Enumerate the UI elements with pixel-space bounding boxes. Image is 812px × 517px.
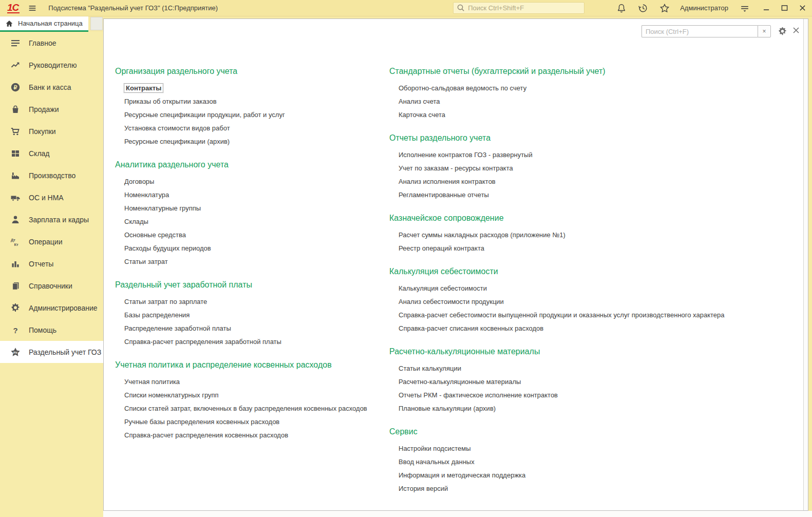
content-section: Учетная политика и распределение косвенн… [115, 360, 382, 442]
content-section: Аналитика раздельного учетаДоговорыНомен… [115, 160, 382, 269]
menu-link[interactable]: Расчетно-калькуляционные материалы [389, 375, 800, 389]
clear-search-button[interactable]: × [758, 25, 771, 37]
menu-link[interactable]: Основные средства [115, 228, 382, 242]
sidebar-item-sales[interactable]: Продажи [0, 98, 103, 120]
menu-link[interactable]: Учет по заказам - ресурсы контракта [389, 162, 800, 175]
menu-link[interactable]: Ввод начальных данных [389, 455, 800, 469]
svg-text:Кт: Кт [14, 242, 19, 246]
sidebar-item-warehouse[interactable]: Склад [0, 142, 103, 164]
menu-link[interactable]: Настройки подсистемы [389, 442, 800, 455]
notifications-bell-icon[interactable] [616, 3, 627, 13]
favorites-star-icon[interactable] [659, 3, 670, 13]
sidebar-item-production[interactable]: Производство [0, 164, 103, 186]
sidebar-item-main[interactable]: Главное [0, 32, 103, 54]
menu-link[interactable]: Базы распределения [115, 309, 382, 322]
sidebar-item-reports[interactable]: Отчеты [0, 253, 103, 275]
sidebar-item-help[interactable]: ?Помощь [0, 319, 103, 341]
menu-link[interactable]: Справка-расчет распределения косвенных р… [115, 429, 382, 442]
horizontal-scrollbar[interactable] [103, 511, 812, 517]
sidebar-item-manager[interactable]: Руководителю [0, 54, 103, 76]
bag-icon [10, 104, 21, 115]
global-search-input[interactable] [468, 4, 581, 12]
title-bar: 1С Подсистема "Раздельный учет ГОЗ" (1С:… [0, 0, 812, 16]
sidebar-item-purchases[interactable]: Покупки [0, 120, 103, 142]
menu-link[interactable]: Ресурсные спецификации (архив) [115, 135, 382, 148]
minimize-button[interactable] [763, 5, 770, 11]
close-window-button[interactable] [799, 5, 806, 11]
menu-link[interactable]: Приказы об открытии заказов [115, 95, 382, 108]
menu-link[interactable]: Статьи затрат [115, 255, 382, 269]
sidebar: ГлавноеРуководителю₽Банк и кассаПродажиП… [0, 32, 103, 517]
section-title: Учетная политика и распределение косвенн… [115, 360, 382, 370]
menu-link[interactable]: Информация и методическая поддержка [389, 469, 800, 482]
svg-text:РУ: РУ [13, 350, 17, 354]
menu-link[interactable]: Карточка счета [389, 108, 800, 122]
maximize-button[interactable] [781, 5, 788, 11]
menu-link[interactable]: Оборотно-сальдовая ведомость по счету [389, 82, 800, 95]
menu-link[interactable]: Учетная политика [115, 375, 382, 389]
panel-close-icon[interactable] [792, 27, 800, 34]
sidebar-item-separate-goz[interactable]: РУРаздельный учет ГОЗ [0, 341, 103, 363]
menu-link[interactable]: Ручные базы распределения косвенных расх… [115, 415, 382, 429]
tab-home-page[interactable]: Начальная страница [0, 16, 88, 32]
history-icon[interactable] [638, 3, 648, 13]
user-menu-icon[interactable] [740, 3, 750, 13]
tab-stub[interactable] [90, 17, 103, 30]
menu-link[interactable]: Калькуляция себестоимости [389, 282, 800, 295]
sidebar-item-label: Производство [29, 171, 75, 180]
sidebar-item-salary[interactable]: Зарплата и кадры [0, 208, 103, 231]
vertical-scrollbar[interactable] [803, 19, 808, 510]
menu-link[interactable]: Плановые калькуляции (архив) [389, 402, 800, 415]
menu-link[interactable]: Расходы будущих периодов [115, 242, 382, 255]
sidebar-item-bank[interactable]: ₽Банк и касса [0, 76, 103, 98]
main-menu-icon[interactable] [28, 4, 37, 13]
menu-link[interactable]: Склады [115, 215, 382, 228]
menu-link[interactable]: Контракты [115, 82, 382, 95]
menu-link[interactable]: Ресурсные спецификации продукции, работ … [115, 108, 382, 122]
sidebar-item-administration[interactable]: Администрирование [0, 297, 103, 319]
sidebar-item-os-nma[interactable]: ОС и НМА [0, 186, 103, 208]
panel-settings-gear-icon[interactable] [778, 27, 787, 36]
sidebar-item-directories[interactable]: Справочники [0, 275, 103, 297]
menu-link[interactable]: Справка-расчет себестоимости выпущенной … [389, 309, 800, 322]
section-title: Организация раздельного учета [115, 66, 382, 76]
sidebar-item-label: Покупки [29, 127, 56, 136]
warehouse-icon [10, 148, 21, 159]
dtkt-icon: ДтКт [10, 236, 21, 247]
panel-search-box: × [641, 25, 771, 37]
menu-link[interactable]: Списки статей затрат, включенных в базу … [115, 402, 382, 415]
menu-link[interactable]: Регламентированные отчеты [389, 188, 800, 202]
menu-link[interactable]: Анализ исполнения контрактов [389, 175, 800, 188]
menu-link[interactable]: Номенклатурные группы [115, 202, 382, 215]
content-section: Расчетно-калькуляционные материалыСтатьи… [389, 347, 800, 415]
content-section: Калькуляция себестоимостиКалькуляция себ… [389, 266, 800, 335]
menu-link[interactable]: Статьи калькуляции [389, 362, 800, 375]
menu-link[interactable]: Расчет суммы накладных расходов (приложе… [389, 228, 800, 242]
menu-link[interactable]: Исполнение контрактов ГОЗ - развернутый [389, 148, 800, 162]
1c-logo: 1С [7, 3, 20, 13]
current-user[interactable]: Администратор [680, 4, 728, 12]
menu-link[interactable]: Статьи затрат по зарплате [115, 295, 382, 309]
menu-link[interactable]: Справка-расчет списания косвенных расход… [389, 322, 800, 335]
menu-link[interactable]: Списки номенклатурных групп [115, 389, 382, 402]
menu-link[interactable]: Анализ счета [389, 95, 800, 108]
books-icon [10, 280, 21, 292]
help-icon: ? [10, 324, 21, 336]
global-search-box[interactable] [453, 2, 584, 14]
menu-link[interactable]: Установка стоимости видов работ [115, 122, 382, 135]
sidebar-item-operations[interactable]: ДтКтОперации [0, 231, 103, 253]
sidebar-item-label: Администрирование [29, 304, 98, 312]
menu-link[interactable]: История версий [389, 482, 800, 495]
menu-link[interactable]: Анализ себестоимости продукции [389, 295, 800, 309]
menu-link[interactable]: Договоры [115, 175, 382, 188]
menu-link[interactable]: Распределение заработной платы [115, 322, 382, 335]
menu-link[interactable]: Отчеты РКМ - фактическое исполнение конт… [389, 389, 800, 402]
menu-link[interactable]: Номенклатура [115, 188, 382, 202]
sidebar-item-label: Справочники [29, 282, 72, 290]
menu-link[interactable]: Реестр операций контракта [389, 242, 800, 255]
content-section: Стандартные отчеты (бухгалтерский и разд… [389, 66, 800, 122]
menu-icon [10, 37, 21, 49]
panel-search-input[interactable] [641, 25, 758, 37]
menu-link[interactable]: Справка-расчет распределения заработной … [115, 335, 382, 349]
content-section: Казначейское сопровождениеРасчет суммы н… [389, 213, 800, 255]
